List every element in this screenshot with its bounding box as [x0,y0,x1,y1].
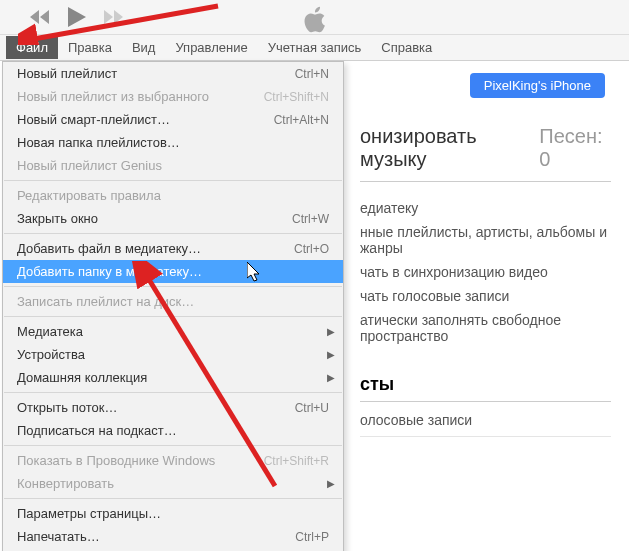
menu-item-shortcut: Ctrl+Shift+N [264,90,329,104]
menu-separator [4,498,342,499]
playlists-header: сты [360,374,611,402]
menu-вид[interactable]: Вид [122,36,166,59]
sync-header: онизировать музыку Песен: 0 [360,125,611,182]
submenu-arrow-icon: ▶ [327,349,335,360]
sync-option[interactable]: чать голосовые записи [360,288,611,304]
submenu-arrow-icon: ▶ [327,372,335,383]
menu-item-label: Конвертировать [17,476,114,491]
menu-item-label: Редактировать правила [17,188,161,203]
menu-item-shortcut: Ctrl+W [292,212,329,226]
menu-item-shortcut: Ctrl+O [294,242,329,256]
sync-options: едиатекунные плейлисты, артисты, альбомы… [360,200,611,344]
menu-item[interactable]: Домашняя коллекция▶ [3,366,343,389]
song-count: Песен: 0 [539,125,611,171]
player-toolbar [0,0,629,35]
menu-item-label: Добавить папку в медиатеку… [17,264,202,279]
play-controls [30,7,124,27]
menu-item[interactable]: Добавить файл в медиатеку…Ctrl+O [3,237,343,260]
menu-item-label: Новый плейлист Genius [17,158,162,173]
next-track-icon[interactable] [104,10,124,24]
submenu-arrow-icon: ▶ [327,326,335,337]
menu-item-label: Новый смарт-плейлист… [17,112,170,127]
sync-option[interactable]: нные плейлисты, артисты, альбомы и жанры [360,224,611,256]
menu-item-label: Показать в Проводнике Windows [17,453,215,468]
menu-item-label: Подписаться на подкаст… [17,423,177,438]
device-button[interactable]: PixelKing's iPhone [470,73,605,98]
prev-track-icon[interactable] [30,10,50,24]
menu-item[interactable]: Медиатека▶ [3,320,343,343]
menu-separator [4,286,342,287]
menu-item-label: Новая папка плейлистов… [17,135,180,150]
voice-memos-row: олосовые записи [360,412,611,437]
menu-item-label: Закрыть окно [17,211,98,226]
menu-item-label: Новый плейлист из выбранного [17,89,209,104]
menu-item: Показать в Проводнике WindowsCtrl+Shift+… [3,449,343,472]
menu-item: Редактировать правила [3,184,343,207]
apple-logo-icon [303,6,327,37]
menu-item-shortcut: Ctrl+Alt+N [274,113,329,127]
menu-item[interactable]: Параметры страницы… [3,502,343,525]
menu-separator [4,445,342,446]
menu-item[interactable]: Новый смарт-плейлист…Ctrl+Alt+N [3,108,343,131]
menu-справка[interactable]: Справка [371,36,442,59]
file-menu-dropdown: Новый плейлистCtrl+NНовый плейлист из вы… [2,61,344,551]
menu-item-shortcut: Ctrl+U [295,401,329,415]
menu-separator [4,233,342,234]
menu-item-shortcut: Ctrl+P [295,530,329,544]
menu-учетная запись[interactable]: Учетная запись [258,36,372,59]
menu-item-label: Открыть поток… [17,400,117,415]
sync-option[interactable]: атически заполнять свободное пространств… [360,312,611,344]
sync-option[interactable]: чать в синхронизацию видео [360,264,611,280]
menu-item[interactable]: Устройства▶ [3,343,343,366]
menu-управление[interactable]: Управление [165,36,257,59]
menubar: ФайлПравкаВидУправлениеУчетная записьСпр… [0,35,629,61]
menu-item[interactable]: Новый плейлистCtrl+N [3,62,343,85]
menu-item-label: Добавить файл в медиатеку… [17,241,201,256]
menu-item: Конвертировать▶ [3,472,343,495]
menu-separator [4,316,342,317]
submenu-arrow-icon: ▶ [327,478,335,489]
menu-item-label: Медиатека [17,324,83,339]
play-icon[interactable] [68,7,86,27]
menu-separator [4,392,342,393]
menu-item: Новый плейлист Genius [3,154,343,177]
menu-item-label: Новый плейлист [17,66,117,81]
menu-item[interactable]: Новая папка плейлистов… [3,131,343,154]
menu-item-shortcut: Ctrl+N [295,67,329,81]
menu-item-shortcut: Ctrl+Shift+R [264,454,329,468]
menu-item: Записать плейлист на диск… [3,290,343,313]
menu-item[interactable]: Добавить папку в медиатеку… [3,260,343,283]
menu-правка[interactable]: Правка [58,36,122,59]
menu-item-label: Параметры страницы… [17,506,161,521]
sync-panel: PixelKing's iPhone онизировать музыку Пе… [342,61,629,551]
menu-файл[interactable]: Файл [6,36,58,59]
menu-item-label: Напечатать… [17,529,100,544]
menu-item: Новый плейлист из выбранногоCtrl+Shift+N [3,85,343,108]
sync-option[interactable]: едиатеку [360,200,611,216]
menu-item[interactable]: Закрыть окноCtrl+W [3,207,343,230]
menu-item-label: Устройства [17,347,85,362]
menu-item[interactable]: Открыть поток…Ctrl+U [3,396,343,419]
content-area: PixelKing's iPhone онизировать музыку Пе… [0,61,629,551]
sync-title: онизировать музыку [360,125,529,171]
menu-item[interactable]: Напечатать…Ctrl+P [3,525,343,548]
menu-item-label: Домашняя коллекция [17,370,147,385]
menu-item-label: Записать плейлист на диск… [17,294,194,309]
menu-separator [4,180,342,181]
menu-item[interactable]: Подписаться на подкаст… [3,419,343,442]
